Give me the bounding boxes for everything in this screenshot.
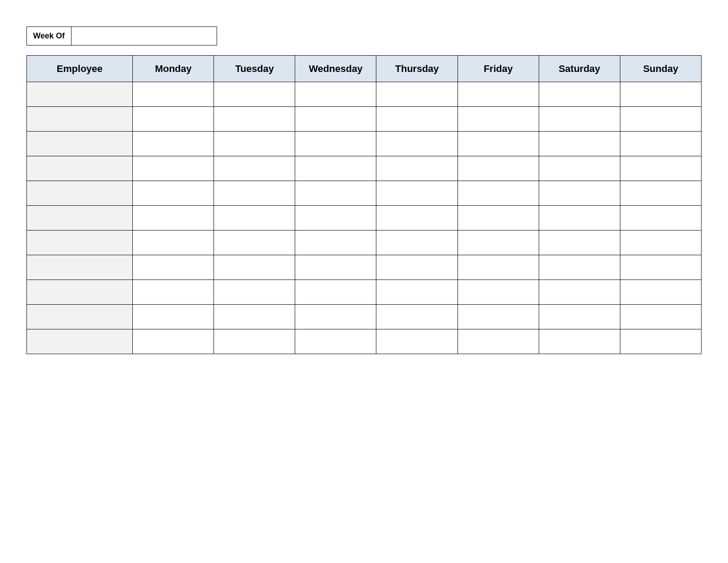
week-of-input[interactable] bbox=[71, 26, 217, 45]
schedule-cell[interactable] bbox=[620, 206, 701, 230]
schedule-cell[interactable] bbox=[214, 206, 295, 230]
schedule-cell[interactable] bbox=[539, 132, 620, 156]
employee-cell[interactable] bbox=[27, 107, 133, 132]
schedule-cell[interactable] bbox=[539, 107, 620, 132]
schedule-cell[interactable] bbox=[458, 82, 539, 107]
schedule-cell[interactable] bbox=[458, 181, 539, 206]
schedule-cell[interactable] bbox=[295, 107, 376, 132]
schedule-cell[interactable] bbox=[539, 156, 620, 181]
schedule-cell[interactable] bbox=[376, 181, 458, 206]
employee-cell[interactable] bbox=[27, 82, 133, 107]
schedule-cell[interactable] bbox=[539, 181, 620, 206]
schedule-cell[interactable] bbox=[458, 132, 539, 156]
schedule-cell[interactable] bbox=[620, 132, 701, 156]
schedule-cell[interactable] bbox=[620, 156, 701, 181]
schedule-cell[interactable] bbox=[376, 156, 458, 181]
schedule-cell[interactable] bbox=[295, 329, 376, 354]
schedule-cell[interactable] bbox=[620, 82, 701, 107]
schedule-cell[interactable] bbox=[295, 305, 376, 329]
schedule-cell[interactable] bbox=[376, 82, 458, 107]
schedule-cell[interactable] bbox=[295, 82, 376, 107]
employee-cell[interactable] bbox=[27, 156, 133, 181]
schedule-cell[interactable] bbox=[539, 230, 620, 255]
schedule-cell[interactable] bbox=[133, 255, 214, 280]
schedule-cell[interactable] bbox=[458, 255, 539, 280]
schedule-cell[interactable] bbox=[539, 206, 620, 230]
schedule-cell[interactable] bbox=[458, 107, 539, 132]
schedule-cell[interactable] bbox=[295, 132, 376, 156]
employee-cell[interactable] bbox=[27, 230, 133, 255]
table-row bbox=[27, 82, 702, 107]
schedule-cell[interactable] bbox=[620, 305, 701, 329]
schedule-cell[interactable] bbox=[214, 107, 295, 132]
schedule-cell[interactable] bbox=[214, 82, 295, 107]
schedule-cell[interactable] bbox=[376, 329, 458, 354]
employee-cell[interactable] bbox=[27, 255, 133, 280]
employee-cell[interactable] bbox=[27, 206, 133, 230]
schedule-cell[interactable] bbox=[295, 280, 376, 305]
schedule-cell[interactable] bbox=[376, 132, 458, 156]
schedule-cell[interactable] bbox=[376, 280, 458, 305]
schedule-cell[interactable] bbox=[376, 206, 458, 230]
schedule-cell[interactable] bbox=[133, 305, 214, 329]
schedule-cell[interactable] bbox=[214, 255, 295, 280]
schedule-cell[interactable] bbox=[376, 305, 458, 329]
schedule-cell[interactable] bbox=[133, 82, 214, 107]
schedule-cell[interactable] bbox=[214, 181, 295, 206]
schedule-cell[interactable] bbox=[620, 181, 701, 206]
schedule-cell[interactable] bbox=[133, 107, 214, 132]
schedule-cell[interactable] bbox=[214, 329, 295, 354]
schedule-cell[interactable] bbox=[214, 132, 295, 156]
week-of-container: Week Of bbox=[26, 26, 702, 45]
employee-cell[interactable] bbox=[27, 329, 133, 354]
schedule-cell[interactable] bbox=[458, 206, 539, 230]
table-row bbox=[27, 230, 702, 255]
schedule-cell[interactable] bbox=[620, 329, 701, 354]
schedule-cell[interactable] bbox=[295, 255, 376, 280]
schedule-cell[interactable] bbox=[458, 280, 539, 305]
schedule-cell[interactable] bbox=[214, 280, 295, 305]
schedule-cell[interactable] bbox=[620, 107, 701, 132]
table-row bbox=[27, 156, 702, 181]
schedule-cell[interactable] bbox=[539, 82, 620, 107]
employee-cell[interactable] bbox=[27, 280, 133, 305]
schedule-cell[interactable] bbox=[620, 230, 701, 255]
schedule-cell[interactable] bbox=[376, 107, 458, 132]
schedule-cell[interactable] bbox=[539, 255, 620, 280]
schedule-cell[interactable] bbox=[458, 230, 539, 255]
schedule-cell[interactable] bbox=[295, 181, 376, 206]
schedule-cell[interactable] bbox=[458, 156, 539, 181]
schedule-cell[interactable] bbox=[620, 255, 701, 280]
schedule-cell[interactable] bbox=[214, 156, 295, 181]
schedule-cell[interactable] bbox=[539, 280, 620, 305]
schedule-cell[interactable] bbox=[133, 181, 214, 206]
schedule-cell[interactable] bbox=[620, 280, 701, 305]
table-row bbox=[27, 329, 702, 354]
employee-cell[interactable] bbox=[27, 132, 133, 156]
schedule-cell[interactable] bbox=[295, 156, 376, 181]
schedule-cell[interactable] bbox=[133, 230, 214, 255]
day-header-thursday: Thursday bbox=[376, 56, 458, 82]
schedule-cell[interactable] bbox=[133, 132, 214, 156]
day-header-friday: Friday bbox=[458, 56, 539, 82]
schedule-cell[interactable] bbox=[376, 255, 458, 280]
schedule-cell[interactable] bbox=[133, 156, 214, 181]
schedule-cell[interactable] bbox=[539, 305, 620, 329]
schedule-cell[interactable] bbox=[295, 230, 376, 255]
schedule-cell[interactable] bbox=[458, 329, 539, 354]
schedule-cell[interactable] bbox=[133, 206, 214, 230]
schedule-cell[interactable] bbox=[214, 305, 295, 329]
schedule-cell[interactable] bbox=[376, 230, 458, 255]
day-header-monday: Monday bbox=[133, 56, 214, 82]
employee-cell[interactable] bbox=[27, 181, 133, 206]
schedule-cell[interactable] bbox=[539, 329, 620, 354]
schedule-cell[interactable] bbox=[133, 280, 214, 305]
schedule-cell[interactable] bbox=[458, 305, 539, 329]
table-row bbox=[27, 132, 702, 156]
day-header-sunday: Sunday bbox=[620, 56, 701, 82]
schedule-cell[interactable] bbox=[295, 206, 376, 230]
employee-header: Employee bbox=[27, 56, 133, 82]
schedule-cell[interactable] bbox=[214, 230, 295, 255]
employee-cell[interactable] bbox=[27, 305, 133, 329]
schedule-cell[interactable] bbox=[133, 329, 214, 354]
